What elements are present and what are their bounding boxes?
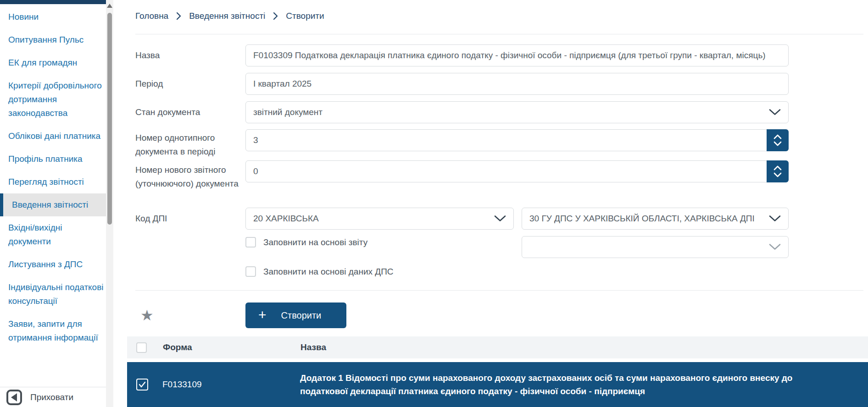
- collapse-label: Приховати: [30, 392, 73, 402]
- chevron-down-icon: [769, 109, 781, 116]
- new-report-number-input[interactable]: [246, 161, 788, 182]
- scrollbar-up-arrow-icon[interactable]: [107, 4, 112, 8]
- period-input[interactable]: [246, 73, 788, 94]
- sidebar-item-novyny[interactable]: Новини: [0, 6, 106, 28]
- same-type-number-input[interactable]: [246, 130, 788, 151]
- same-type-number-stepper: [767, 129, 789, 151]
- sidebar-item-vkhidni-vykhidni[interactable]: Вхідні/вихідні документи: [0, 216, 106, 253]
- sidebar-item-oblikovi-dani[interactable]: Облікові дані платника: [0, 125, 106, 148]
- sidebar-scrollbar[interactable]: [106, 0, 113, 407]
- select-all-checkbox[interactable]: [136, 342, 147, 353]
- collapse-sidebar-button[interactable]: Приховати: [0, 387, 113, 407]
- stepper-up-icon[interactable]: [773, 165, 782, 171]
- dpi-code-select[interactable]: 20 ХАРКІВСЬКА: [245, 208, 514, 230]
- chevron-right-icon: [176, 12, 181, 20]
- fill-from-dps-label: Заповнити на основі даних ДПС: [263, 267, 394, 277]
- dpi-office-value: 30 ГУ ДПС У ХАРКІВСЬКІЙ ОБЛАСТІ, ХАРКІВС…: [522, 214, 788, 224]
- dpi-code-value: 20 ХАРКІВСЬКА: [246, 214, 513, 224]
- fill-from-report-row: Заповнити на основі звіту: [245, 237, 367, 248]
- plus-icon: +: [258, 308, 267, 322]
- breadcrumb-home[interactable]: Головна: [135, 11, 168, 21]
- sidebar: Новини Опитування Пульс ЕК для громадян …: [0, 0, 106, 407]
- sidebar-item-zaiavy-zapyty[interactable]: Заяви, запити для отримання інформації: [0, 313, 106, 349]
- row-name: Додаток 1 Відомості про суми нарахованог…: [300, 371, 837, 398]
- period-field-label: Період: [135, 77, 239, 91]
- empty-select[interactable]: [522, 236, 789, 258]
- favorite-star-icon[interactable]: ★: [140, 308, 154, 323]
- sidebar-nav: Новини Опитування Пульс ЕК для громадян …: [0, 6, 106, 349]
- doc-state-label: Стан документа: [135, 105, 239, 119]
- dpi-code-label: Код ДПІ: [135, 212, 239, 226]
- scrollbar-thumb[interactable]: [107, 13, 112, 225]
- same-type-number-label: Номер однотипного документа в періоді: [135, 131, 239, 159]
- table-row[interactable]: F0133109 Додаток 1 Відомості про суми на…: [127, 362, 868, 407]
- stepper-up-icon[interactable]: [773, 134, 782, 140]
- new-report-number-label: Номер нового звітного (уточнюючого) доку…: [135, 163, 239, 191]
- period-field: [245, 73, 789, 95]
- fill-from-report-checkbox[interactable]: [245, 237, 256, 248]
- row-form-code: F0133109: [162, 380, 300, 390]
- breadcrumb: Головна Введення звітності Створити: [135, 11, 324, 21]
- dpi-office-select[interactable]: 30 ГУ ДПС У ХАРКІВСЬКІЙ ОБЛАСТІ, ХАРКІВС…: [522, 208, 789, 230]
- new-report-number-field: [245, 160, 789, 182]
- doc-state-value: звітний документ: [246, 107, 788, 117]
- divider: [135, 34, 863, 34]
- same-type-number-field: [245, 129, 789, 151]
- new-report-number-stepper: [767, 160, 789, 182]
- row-checkbox[interactable]: [136, 379, 148, 390]
- name-field: [245, 44, 789, 66]
- create-button[interactable]: + Створити: [245, 302, 346, 328]
- sidebar-item-kryterii[interactable]: Критерії добровільного дотримання законо…: [0, 74, 106, 125]
- doc-state-select[interactable]: звітний документ: [245, 101, 789, 123]
- sidebar-item-opytuvannia-puls[interactable]: Опитування Пульс: [0, 28, 106, 51]
- check-icon: [138, 381, 146, 388]
- fill-from-dps-checkbox[interactable]: [245, 266, 256, 277]
- app-root: Новини Опитування Пульс ЕК для громадян …: [0, 0, 868, 407]
- table-header: Форма Назва: [127, 336, 868, 358]
- name-input[interactable]: [246, 45, 788, 66]
- chevron-down-icon: [494, 215, 506, 222]
- stepper-down-icon[interactable]: [773, 141, 782, 147]
- chevron-right-icon: [273, 12, 278, 20]
- sidebar-top-bar: [0, 0, 106, 4]
- breadcrumb-current: Створити: [286, 11, 324, 21]
- collapse-arrow-icon: [6, 390, 22, 405]
- sidebar-item-vvedennia-zvitnosti[interactable]: Введення звітності: [0, 193, 106, 216]
- main-content: Головна Введення звітності Створити Назв…: [114, 0, 868, 407]
- divider: [135, 290, 863, 291]
- breadcrumb-vvedennia-zvitnosti[interactable]: Введення звітності: [189, 11, 265, 21]
- chevron-down-icon: [769, 244, 781, 251]
- sidebar-item-konsultatsii[interactable]: Індивідуальні податкові консультації: [0, 276, 106, 313]
- create-button-label: Створити: [281, 310, 322, 321]
- sidebar-item-perehliad-zvitnosti[interactable]: Перегляд звітності: [0, 170, 106, 193]
- sidebar-item-lystuvannia-dps[interactable]: Листування з ДПС: [0, 253, 106, 276]
- fill-from-dps-row: Заповнити на основі даних ДПС: [245, 266, 394, 277]
- stepper-down-icon[interactable]: [773, 172, 782, 178]
- column-header-name: Назва: [300, 342, 326, 352]
- fill-from-report-label: Заповнити на основі звіту: [263, 237, 367, 248]
- column-header-form: Форма: [163, 342, 300, 352]
- sidebar-item-profil-platnyka[interactable]: Профіль платника: [0, 148, 106, 170]
- sidebar-item-ek-dlia-hromadian[interactable]: ЕК для громадян: [0, 51, 106, 74]
- name-field-label: Назва: [135, 49, 239, 62]
- chevron-down-icon: [769, 215, 781, 222]
